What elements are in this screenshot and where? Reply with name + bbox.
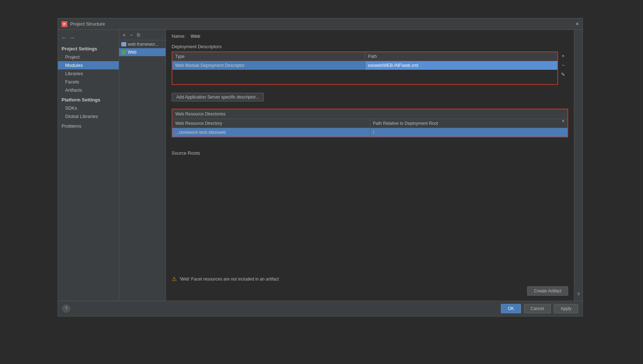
nav-back-forward: ← →	[58, 33, 119, 43]
wrd-table: Web Resource Directories Web Resource Di…	[172, 109, 568, 137]
dd-table-header: Type Path	[172, 52, 557, 61]
name-row: Name: Web	[172, 33, 568, 39]
wrd-directory-cell: ...ramework-test\.idea\web	[172, 128, 370, 137]
create-artifact-container: Create Artifact	[172, 283, 568, 297]
wrd-path-rel-header: Path Relative to Deployment Root	[370, 119, 568, 128]
tree-toolbar: + − ⎘	[119, 30, 166, 40]
dd-path-cell: ea\web\WEB-INF\web.xml	[365, 61, 558, 70]
sidebar-item-facets[interactable]: Facets	[58, 78, 119, 86]
warning-icon: ⚠	[172, 276, 177, 282]
dd-remove-button[interactable]: −	[560, 62, 567, 69]
project-settings-header: Project Settings	[58, 43, 119, 53]
source-roots-label: Source Roots	[172, 150, 568, 156]
back-arrow[interactable]: ←	[61, 34, 67, 42]
wrd-section-title: Web Resource Directories	[172, 109, 567, 119]
platform-settings-header: Platform Settings	[58, 94, 119, 104]
dialog-titlebar: P Project Structure ×	[58, 18, 583, 30]
wrd-table-header: Web Resource Directory Path Relative to …	[172, 119, 567, 128]
name-value: Web	[191, 33, 200, 39]
dialog-title-text: Project Structure	[70, 21, 105, 27]
warning-row: ⚠ 'Web' Facet resources are not included…	[172, 275, 568, 283]
dialog-body: ← → Project Settings Project Modules Lib…	[58, 30, 583, 301]
sidebar-item-artifacts[interactable]: Artifacts	[58, 86, 119, 94]
dd-action-buttons: + − ✎	[558, 51, 568, 79]
dd-type-cell: Web Module Deployment Descriptor	[172, 61, 365, 70]
create-artifact-button[interactable]: Create Artifact	[527, 286, 568, 296]
module-tree: + − ⎘ web-framewor... Web	[119, 30, 166, 301]
source-roots-section: Source Roots	[172, 150, 568, 158]
dd-empty-space	[172, 70, 557, 84]
help-button-left[interactable]: ?	[62, 305, 70, 313]
sidebar-item-modules[interactable]: Modules	[58, 61, 119, 69]
warning-text: 'Web' Facet resources are not included i…	[180, 277, 279, 282]
deployment-descriptors-section: Deployment Descriptors Type Path Web Mod…	[172, 44, 568, 101]
dd-path-header: Path	[365, 52, 558, 61]
deployment-descriptors-table: Type Path Web Module Deployment Descript…	[172, 51, 558, 85]
deployment-descriptors-label: Deployment Descriptors	[172, 44, 568, 49]
dd-type-header: Type	[172, 52, 365, 61]
dd-add-button[interactable]: +	[560, 52, 567, 59]
sidebar: ← → Project Settings Project Modules Lib…	[58, 30, 119, 301]
apply-button[interactable]: Apply	[554, 304, 578, 313]
dialog-title-container: P Project Structure	[62, 21, 105, 27]
sidebar-item-global-libraries[interactable]: Global Libraries	[58, 112, 119, 120]
main-content: Name: Web Deployment Descriptors Type Pa…	[166, 30, 574, 301]
dialog-footer: ? OK Cancel Apply	[58, 301, 583, 316]
ok-button[interactable]: OK	[501, 304, 521, 313]
wrd-table-row[interactable]: ...ramework-test\.idea\web /	[172, 128, 567, 137]
tree-add-button[interactable]: +	[121, 31, 127, 38]
dd-table-row[interactable]: Web Module Deployment Descriptor ea\web\…	[172, 61, 557, 70]
tree-remove-button[interactable]: −	[128, 31, 134, 38]
project-structure-dialog: P Project Structure × ← → Project Settin…	[58, 18, 583, 317]
wrd-path-rel-cell: /	[370, 128, 568, 137]
web-icon	[121, 50, 126, 54]
cancel-button[interactable]: Cancel	[524, 304, 551, 313]
tree-copy-button[interactable]: ⎘	[136, 31, 141, 38]
folder-icon	[121, 42, 126, 46]
app-icon: P	[62, 21, 67, 27]
name-label: Name:	[172, 33, 188, 39]
wrd-directory-header: Web Resource Directory	[172, 119, 370, 128]
tree-item-web-framework[interactable]: web-framewor...	[119, 40, 166, 48]
sidebar-item-libraries[interactable]: Libraries	[58, 69, 119, 78]
dd-edit-button[interactable]: ✎	[560, 71, 567, 78]
content-spacer	[172, 165, 568, 275]
sidebar-item-problems[interactable]: Problems	[58, 120, 119, 132]
wrd-action-buttons: +	[558, 117, 568, 125]
help-icon-right[interactable]: ?	[577, 292, 580, 297]
tree-item-web[interactable]: Web	[119, 48, 166, 56]
close-button[interactable]: ×	[576, 21, 579, 27]
wrd-add-button[interactable]: +	[560, 117, 567, 124]
forward-arrow[interactable]: →	[69, 34, 75, 42]
web-resource-directories-section: Web Resource Directories Web Resource Di…	[172, 109, 568, 145]
sidebar-item-sdks[interactable]: SDKs	[58, 104, 119, 112]
right-sidebar: ?	[574, 30, 583, 301]
sidebar-item-project[interactable]: Project	[58, 53, 119, 61]
add-descriptor-button[interactable]: Add Application Server specific descript…	[172, 93, 264, 101]
